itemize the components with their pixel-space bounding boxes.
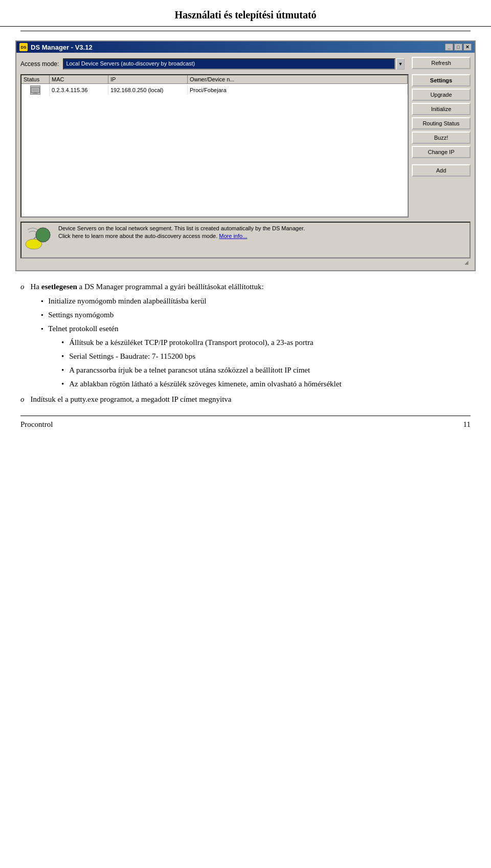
bullet-text-2: Settings nyomógomb [48, 309, 114, 321]
dot-marker-4: • [61, 378, 64, 390]
resize-corner: ◢ [20, 258, 471, 266]
sub-bullet-text-1: Állítsuk be a készüléket TCP/IP protokol… [69, 336, 313, 349]
paragraph-2-text: Indítsuk el a putty.exe programot, a meg… [31, 393, 232, 405]
sub-bullet-text-4: Az ablakban rögtön látható a készülék sz… [69, 378, 341, 390]
access-mode-select-area: Local Device Servers (auto-discovery by … [63, 58, 405, 70]
svg-rect-4 [34, 92, 37, 93]
footer-page-number: 11 [463, 420, 471, 429]
info-text-main: Device Servers on the local network segm… [58, 225, 305, 231]
cell-ip: 192.168.0.250 (local) [108, 85, 188, 95]
settings-button[interactable]: Settings [412, 74, 471, 86]
footer-left: Procontrol [20, 420, 53, 429]
square-marker-1: ▪ [41, 296, 43, 307]
bullet-text-1: Initialize nyomógomb minden alapbeállítá… [48, 295, 206, 307]
table-body: 0.2.3.4.115.36 192.168.0.250 (local) Pro… [21, 84, 408, 96]
more-info-link[interactable]: More info... [219, 233, 247, 239]
bullet-item-1: ▪ Initialize nyomógomb minden alapbeállí… [41, 295, 471, 307]
dot-marker-3: • [61, 364, 64, 376]
square-marker-2: ▪ [41, 310, 43, 321]
page-footer: Procontrol 11 [20, 416, 471, 429]
refresh-button[interactable]: Refresh [412, 57, 471, 69]
svg-rect-3 [32, 89, 38, 92]
dropdown-arrow-icon[interactable]: ▼ [396, 58, 405, 70]
titlebar-left: DS DS Manager - V3.12 [19, 43, 93, 51]
device-status-icon [30, 85, 40, 95]
maximize-button[interactable]: □ [454, 44, 462, 51]
paragraph-2: o Indítsuk el a putty.exe programot, a m… [20, 393, 471, 405]
cell-status [21, 84, 50, 96]
sub-bullet-1: • Állítsuk be a készüléket TCP/IP protok… [61, 336, 471, 349]
col-header-owner: Owner/Device n... [188, 75, 408, 83]
col-header-ip: IP [108, 75, 188, 83]
window-content: Access mode: Local Device Servers (auto-… [16, 53, 475, 270]
access-mode-select[interactable]: Local Device Servers (auto-discovery by … [63, 58, 395, 70]
screenshot-window: DS DS Manager - V3.12 _ □ ✕ Access mode:… [15, 40, 476, 271]
cell-owner: Proci/Fobejara [188, 85, 408, 95]
sub-bullet-text-3: A parancssorba írjuk be a telnet parancs… [69, 364, 310, 376]
outer-bullet-2: o [20, 393, 25, 405]
minimize-button[interactable]: _ [445, 44, 453, 51]
sub-bullet-2: • Serial Settings - Baudrate: 7- 115200 … [61, 350, 471, 362]
add-button[interactable]: Add [412, 164, 471, 177]
info-bar: Device Servers on the local network segm… [20, 222, 471, 258]
initialize-button[interactable]: Initialize [412, 103, 471, 115]
col-header-status: Status [21, 75, 50, 83]
window-titlebar: DS DS Manager - V3.12 _ □ ✕ [16, 41, 475, 53]
square-marker-3: ▪ [41, 324, 43, 335]
side-buttons-panel: Settings Upgrade Initialize Routing Stat… [412, 74, 471, 218]
dot-marker-1: • [61, 336, 64, 349]
header-divider [20, 31, 471, 31]
sub-bullet-list: • Állítsuk be a készüléket TCP/IP protok… [61, 336, 471, 390]
routing-status-button[interactable]: Routing Status [412, 117, 471, 129]
bullet-item-3: ▪ Telnet protokoll esetén [41, 322, 471, 335]
info-text-area: Device Servers on the local network segm… [58, 225, 467, 241]
access-mode-label: Access mode: [20, 60, 59, 68]
sub-bullet-text-2: Serial Settings - Baudrate: 7- 115200 bp… [69, 350, 195, 362]
sub-bullet-3: • A parancssorba írjuk be a telnet paran… [61, 364, 471, 376]
paragraph-1: o Ha esetlegesen a DS Manager programmal… [20, 280, 471, 293]
main-area: Status MAC IP Owner/Device n... [20, 74, 471, 218]
svg-rect-5 [33, 93, 38, 94]
info-icon-area [24, 225, 54, 255]
sub-bullet-4: • Az ablakban rögtön látható a készülék … [61, 378, 471, 390]
inner-list-1: ▪ Initialize nyomógomb minden alapbeállí… [41, 295, 471, 390]
bullet-item-2: ▪ Settings nyomógomb [41, 309, 471, 321]
dot-marker-2: • [61, 350, 64, 362]
upgrade-button[interactable]: Upgrade [412, 89, 471, 101]
change-ip-button[interactable]: Change IP [412, 146, 471, 158]
table-header: Status MAC IP Owner/Device n... [21, 75, 408, 84]
paragraph-1-text: Ha esetlegesen a DS Manager programmal a… [31, 280, 264, 293]
svg-text:DS: DS [20, 45, 27, 50]
page-header: Használati és telepítési útmutató [0, 0, 491, 27]
device-table: Status MAC IP Owner/Device n... [20, 74, 409, 218]
outer-bullet-1: o [20, 280, 25, 293]
page-title: Használati és telepítési útmutató [20, 9, 471, 21]
satellite-icon [24, 225, 54, 255]
titlebar-controls: _ □ ✕ [445, 44, 472, 51]
col-header-mac: MAC [50, 75, 108, 83]
window-title: DS Manager - V3.12 [31, 44, 93, 51]
bullet-text-3: Telnet protokoll esetén [48, 322, 118, 335]
close-button[interactable]: ✕ [463, 44, 472, 51]
info-text-secondary: Click here to learn more about the auto-… [58, 233, 217, 239]
window-app-icon: DS [19, 43, 28, 51]
access-mode-row: Access mode: Local Device Servers (auto-… [20, 57, 471, 71]
buzz-button[interactable]: Buzz! [412, 132, 471, 144]
cell-mac: 0.2.3.4.115.36 [50, 85, 108, 95]
body-text: o Ha esetlegesen a DS Manager programmal… [20, 280, 471, 405]
table-row[interactable]: 0.2.3.4.115.36 192.168.0.250 (local) Pro… [21, 84, 408, 96]
